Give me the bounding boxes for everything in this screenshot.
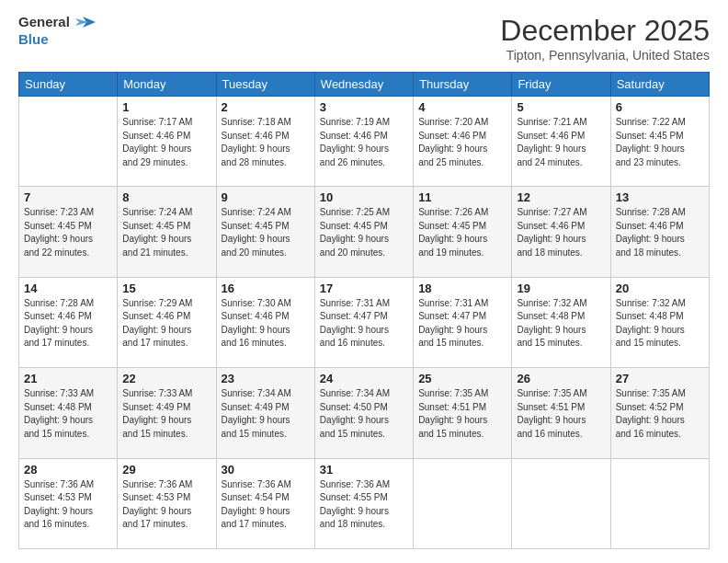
day-number: 16 [222, 282, 310, 295]
calendar-cell: 17Sunrise: 7:31 AM Sunset: 4:47 PM Dayli… [314, 277, 413, 367]
day-number: 20 [616, 282, 704, 295]
calendar-cell: 20Sunrise: 7:32 AM Sunset: 4:48 PM Dayli… [610, 277, 709, 367]
calendar-cell: 16Sunrise: 7:30 AM Sunset: 4:46 PM Dayli… [216, 277, 314, 367]
calendar-day-header: Tuesday [216, 73, 314, 97]
calendar-cell: 29Sunrise: 7:36 AM Sunset: 4:53 PM Dayli… [118, 458, 216, 548]
day-number: 19 [517, 282, 605, 295]
page: General Blue December 2025 Tipton, Penns… [0, 0, 728, 563]
day-number: 31 [320, 463, 408, 477]
title-block: December 2025 Tipton, Pennsylvania, Unit… [500, 14, 710, 63]
logo-container: General Blue [18, 14, 96, 48]
day-number: 23 [222, 372, 310, 385]
day-number: 11 [418, 190, 506, 204]
cell-info: Sunrise: 7:26 AM Sunset: 4:45 PM Dayligh… [418, 206, 506, 259]
cell-info: Sunrise: 7:20 AM Sunset: 4:46 PM Dayligh… [418, 116, 506, 169]
logo: General Blue [18, 14, 96, 48]
cell-info: Sunrise: 7:35 AM Sunset: 4:51 PM Dayligh… [418, 387, 506, 441]
day-number: 26 [517, 372, 605, 385]
cell-info: Sunrise: 7:24 AM Sunset: 4:45 PM Dayligh… [122, 206, 210, 259]
calendar-cell: 9Sunrise: 7:24 AM Sunset: 4:45 PM Daylig… [216, 187, 314, 277]
calendar-cell: 13Sunrise: 7:28 AM Sunset: 4:46 PM Dayli… [610, 187, 709, 277]
day-number: 25 [418, 372, 506, 385]
calendar-cell [414, 458, 512, 548]
header: General Blue December 2025 Tipton, Penns… [18, 14, 710, 63]
calendar-cell: 2Sunrise: 7:18 AM Sunset: 4:46 PM Daylig… [216, 97, 314, 187]
calendar-cell: 25Sunrise: 7:35 AM Sunset: 4:51 PM Dayli… [414, 368, 512, 458]
cell-info: Sunrise: 7:22 AM Sunset: 4:45 PM Dayligh… [616, 116, 704, 169]
day-number: 1 [122, 100, 210, 114]
calendar-cell: 30Sunrise: 7:36 AM Sunset: 4:54 PM Dayli… [216, 458, 314, 548]
day-number: 15 [122, 282, 210, 295]
day-number: 18 [418, 282, 506, 295]
calendar-cell: 22Sunrise: 7:33 AM Sunset: 4:49 PM Dayli… [118, 368, 216, 458]
calendar-header-row: SundayMondayTuesdayWednesdayThursdayFrid… [19, 73, 710, 97]
calendar-day-header: Sunday [19, 73, 118, 97]
month-title: December 2025 [500, 14, 710, 48]
calendar-cell: 8Sunrise: 7:24 AM Sunset: 4:45 PM Daylig… [118, 187, 216, 277]
day-number: 10 [320, 190, 408, 204]
cell-info: Sunrise: 7:36 AM Sunset: 4:53 PM Dayligh… [122, 478, 210, 532]
cell-info: Sunrise: 7:30 AM Sunset: 4:46 PM Dayligh… [222, 297, 310, 350]
cell-info: Sunrise: 7:23 AM Sunset: 4:45 PM Dayligh… [24, 206, 112, 259]
logo-bird-icon [75, 15, 96, 31]
cell-info: Sunrise: 7:32 AM Sunset: 4:48 PM Dayligh… [616, 297, 704, 350]
cell-info: Sunrise: 7:36 AM Sunset: 4:53 PM Dayligh… [24, 478, 112, 532]
cell-info: Sunrise: 7:35 AM Sunset: 4:52 PM Dayligh… [616, 387, 704, 441]
calendar-cell [610, 458, 709, 548]
cell-info: Sunrise: 7:31 AM Sunset: 4:47 PM Dayligh… [418, 297, 506, 350]
calendar-week-row: 7Sunrise: 7:23 AM Sunset: 4:45 PM Daylig… [19, 187, 710, 277]
cell-info: Sunrise: 7:36 AM Sunset: 4:54 PM Dayligh… [222, 478, 310, 532]
day-number: 13 [616, 190, 704, 204]
calendar-cell: 31Sunrise: 7:36 AM Sunset: 4:55 PM Dayli… [314, 458, 413, 548]
calendar-cell: 5Sunrise: 7:21 AM Sunset: 4:46 PM Daylig… [512, 97, 610, 187]
cell-info: Sunrise: 7:35 AM Sunset: 4:51 PM Dayligh… [517, 387, 605, 441]
calendar-cell: 11Sunrise: 7:26 AM Sunset: 4:45 PM Dayli… [414, 187, 512, 277]
day-number: 27 [616, 372, 704, 385]
cell-info: Sunrise: 7:31 AM Sunset: 4:47 PM Dayligh… [320, 297, 408, 350]
calendar-day-header: Saturday [610, 73, 709, 97]
calendar-cell: 27Sunrise: 7:35 AM Sunset: 4:52 PM Dayli… [610, 368, 709, 458]
calendar-day-header: Wednesday [314, 73, 413, 97]
calendar-cell: 10Sunrise: 7:25 AM Sunset: 4:45 PM Dayli… [314, 187, 413, 277]
day-number: 12 [517, 190, 605, 204]
day-number: 6 [616, 100, 704, 114]
day-number: 9 [222, 190, 310, 204]
calendar-cell: 1Sunrise: 7:17 AM Sunset: 4:46 PM Daylig… [118, 97, 216, 187]
day-number: 21 [24, 372, 112, 385]
calendar-week-row: 14Sunrise: 7:28 AM Sunset: 4:46 PM Dayli… [19, 277, 710, 367]
calendar-table: SundayMondayTuesdayWednesdayThursdayFrid… [18, 72, 710, 549]
cell-info: Sunrise: 7:18 AM Sunset: 4:46 PM Dayligh… [222, 116, 310, 169]
cell-info: Sunrise: 7:28 AM Sunset: 4:46 PM Dayligh… [616, 206, 704, 259]
location: Tipton, Pennsylvania, United States [500, 48, 710, 63]
cell-info: Sunrise: 7:28 AM Sunset: 4:46 PM Dayligh… [24, 297, 112, 350]
calendar-week-row: 1Sunrise: 7:17 AM Sunset: 4:46 PM Daylig… [19, 97, 710, 187]
cell-info: Sunrise: 7:34 AM Sunset: 4:49 PM Dayligh… [222, 387, 310, 441]
calendar-cell [512, 458, 610, 548]
calendar-cell: 4Sunrise: 7:20 AM Sunset: 4:46 PM Daylig… [414, 97, 512, 187]
day-number: 5 [517, 100, 605, 114]
cell-info: Sunrise: 7:34 AM Sunset: 4:50 PM Dayligh… [320, 387, 408, 441]
calendar-cell: 3Sunrise: 7:19 AM Sunset: 4:46 PM Daylig… [314, 97, 413, 187]
cell-info: Sunrise: 7:25 AM Sunset: 4:45 PM Dayligh… [320, 206, 408, 259]
calendar-cell: 28Sunrise: 7:36 AM Sunset: 4:53 PM Dayli… [19, 458, 118, 548]
calendar-cell: 19Sunrise: 7:32 AM Sunset: 4:48 PM Dayli… [512, 277, 610, 367]
cell-info: Sunrise: 7:27 AM Sunset: 4:46 PM Dayligh… [517, 206, 605, 259]
calendar-week-row: 21Sunrise: 7:33 AM Sunset: 4:48 PM Dayli… [19, 368, 710, 458]
cell-info: Sunrise: 7:32 AM Sunset: 4:48 PM Dayligh… [517, 297, 605, 350]
day-number: 2 [222, 100, 310, 114]
logo-text: General Blue [18, 14, 96, 48]
cell-info: Sunrise: 7:33 AM Sunset: 4:49 PM Dayligh… [122, 387, 210, 441]
calendar-day-header: Thursday [414, 73, 512, 97]
cell-info: Sunrise: 7:19 AM Sunset: 4:46 PM Dayligh… [320, 116, 408, 169]
calendar-day-header: Monday [118, 73, 216, 97]
logo-line1: General [18, 14, 96, 31]
cell-info: Sunrise: 7:17 AM Sunset: 4:46 PM Dayligh… [122, 116, 210, 169]
calendar-week-row: 28Sunrise: 7:36 AM Sunset: 4:53 PM Dayli… [19, 458, 710, 548]
calendar-cell: 24Sunrise: 7:34 AM Sunset: 4:50 PM Dayli… [314, 368, 413, 458]
day-number: 22 [122, 372, 210, 385]
day-number: 30 [222, 463, 310, 477]
calendar-cell: 26Sunrise: 7:35 AM Sunset: 4:51 PM Dayli… [512, 368, 610, 458]
cell-info: Sunrise: 7:24 AM Sunset: 4:45 PM Dayligh… [222, 206, 310, 259]
calendar-cell: 21Sunrise: 7:33 AM Sunset: 4:48 PM Dayli… [19, 368, 118, 458]
day-number: 7 [24, 190, 112, 204]
